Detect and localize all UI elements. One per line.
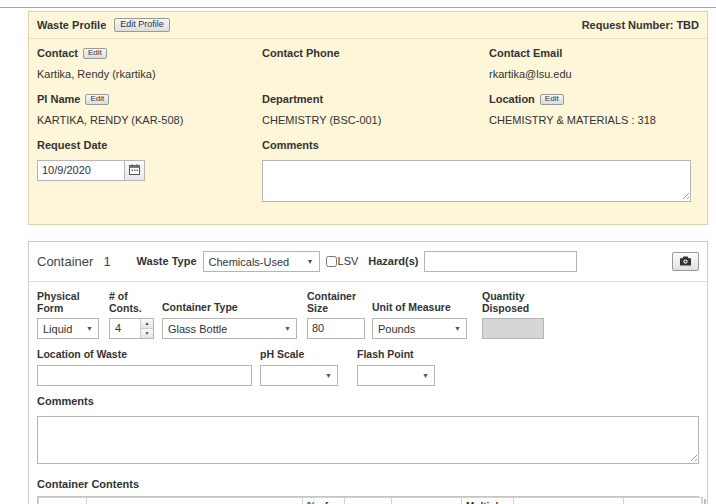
row-selector-header (39, 497, 87, 504)
container-contents-table: Chemical Description starts with % of Co… (37, 496, 699, 504)
num-conts-value: 4 (110, 319, 140, 338)
ph-scale-label: pH Scale (260, 348, 338, 361)
container-comments-label: Comments (37, 395, 699, 408)
hazards-label: Hazard(s) (368, 255, 418, 267)
container-type-select[interactable]: Glass Bottle ▼ (162, 318, 297, 339)
flash-point-label: Flash Point (357, 348, 435, 361)
request-number-label: Request Number: (582, 19, 674, 31)
lsv-checkbox[interactable] (326, 256, 337, 267)
chevron-down-icon: ▼ (307, 258, 314, 265)
table-header-row: Chemical Description starts with % of Co… (39, 497, 702, 504)
chevron-down-icon: ▼ (422, 372, 429, 379)
stepper-down-icon[interactable]: ▼ (141, 328, 153, 338)
container-title: Container1 (37, 254, 111, 269)
inventory-link-header: Inventory Link (624, 497, 702, 504)
container-contents-label: Container Contents (37, 478, 699, 490)
contact-email-group: Contact Email rkartika@lsu.edu (489, 47, 699, 81)
edit-pi-button[interactable]: Edit (85, 94, 109, 105)
contact-phone-value (262, 68, 489, 81)
chevron-down-icon: ▼ (284, 325, 291, 332)
page: Waste Profile Edit Profile Request Numbe… (0, 8, 716, 504)
waste-type-label: Waste Type (137, 255, 197, 267)
quantity-disposed-label: Quantity Disposed (482, 290, 544, 314)
location-label: Location (489, 93, 535, 105)
pi-name-value: KARTIKA, RENDY (KAR-508) (37, 114, 262, 127)
waste-profile-fields: Contact Edit Kartika, Rendy (rkartika) C… (29, 39, 707, 224)
profile-comments-label: Comments (262, 139, 319, 151)
calendar-button[interactable] (124, 160, 145, 181)
request-date-group: Request Date (37, 139, 262, 202)
chevron-down-icon: ▼ (86, 325, 93, 332)
waste-profile-header: Waste Profile Edit Profile Request Numbe… (29, 12, 707, 39)
flash-point-select[interactable]: ▼ (357, 365, 435, 386)
edit-contact-button[interactable]: Edit (83, 48, 107, 59)
unit-of-measure-select[interactable]: Pounds ▼ (372, 318, 467, 339)
location-of-waste-label: Location of Waste (37, 348, 252, 361)
profile-comments-group: Comments (262, 139, 699, 202)
container-number: 1 (103, 254, 110, 269)
waste-profile-panel: Waste Profile Edit Profile Request Numbe… (28, 11, 708, 225)
waste-profile-title: Waste Profile (37, 19, 106, 31)
camera-icon (679, 254, 692, 269)
pi-name-group: PI Name Edit KARTIKA, RENDY (KAR-508) (37, 93, 262, 127)
calendar-icon (129, 163, 140, 178)
container-comments-textarea[interactable] (37, 416, 699, 464)
container-size-input[interactable] (307, 318, 365, 339)
contact-phone-group: Contact Phone (262, 47, 489, 81)
contact-group: Contact Edit Kartika, Rendy (rkartika) (37, 47, 262, 81)
location-value: CHEMISTRY & MATERIALS : 318 (489, 114, 699, 127)
container-header: Container1 Waste Type Chemicals-Used ▼ L… (29, 242, 707, 282)
lsv-label: LSV (338, 255, 359, 267)
container-panel: Container1 Waste Type Chemicals-Used ▼ L… (28, 241, 708, 504)
request-date-input[interactable] (37, 160, 125, 181)
num-conts-label: # of Conts. (109, 290, 154, 314)
cas-header: CAS # (392, 497, 462, 504)
container-type-label: Container Type (162, 301, 297, 314)
ingredients-header: Ingredients (514, 497, 624, 504)
location-of-waste-input[interactable] (37, 365, 252, 386)
multiple-ingredients-header: Multiple Ingredients (462, 497, 514, 504)
department-group: Department CHEMISTRY (BSC-001) (262, 93, 489, 127)
container-comments-group: Comments (37, 395, 699, 464)
contact-label: Contact (37, 47, 78, 59)
physical-form-select[interactable]: Liquid ▼ (37, 318, 99, 339)
ph-scale-select[interactable]: ▼ (260, 365, 338, 386)
contact-email-label: Contact Email (489, 47, 562, 59)
table-scrollbar[interactable] (702, 497, 703, 504)
ph-header: pH (345, 497, 392, 504)
physical-form-label: Physical Form (37, 290, 99, 314)
stepper-up-icon[interactable]: ▲ (141, 319, 153, 328)
chevron-down-icon: ▼ (325, 372, 332, 379)
request-date-label: Request Date (37, 139, 107, 151)
num-conts-stepper[interactable]: 4 ▲ ▼ (109, 318, 154, 339)
camera-button[interactable] (672, 252, 699, 271)
contact-value: Kartika, Rendy (rkartika) (37, 68, 262, 81)
waste-type-select[interactable]: Chemicals-Used ▼ (203, 251, 320, 272)
department-label: Department (262, 93, 323, 105)
edit-location-button[interactable]: Edit (540, 94, 564, 105)
top-divider (0, 0, 716, 8)
department-value: CHEMISTRY (BSC-001) (262, 114, 489, 127)
chemical-description-header: Chemical Description starts with (87, 497, 303, 504)
hazards-input[interactable] (424, 251, 577, 272)
contact-email-value: rkartika@lsu.edu (489, 68, 699, 81)
pi-name-label: PI Name (37, 93, 80, 105)
contact-phone-label: Contact Phone (262, 47, 340, 59)
container-size-label: Container Size (307, 290, 365, 314)
container-form: Physical Form Liquid ▼ # of Conts. 4 ▲ ▼ (29, 282, 707, 504)
percent-of-content-header: % of Content (303, 497, 345, 504)
edit-profile-button[interactable]: Edit Profile (114, 18, 170, 32)
request-number-value: TBD (676, 19, 699, 31)
profile-comments-textarea[interactable] (262, 160, 691, 202)
unit-of-measure-label: Unit of Measure (372, 301, 467, 314)
scrollbar-thumb[interactable] (704, 499, 706, 504)
chevron-down-icon: ▼ (454, 325, 461, 332)
location-group: Location Edit CHEMISTRY & MATERIALS : 31… (489, 93, 699, 127)
quantity-disposed-input (482, 318, 544, 339)
